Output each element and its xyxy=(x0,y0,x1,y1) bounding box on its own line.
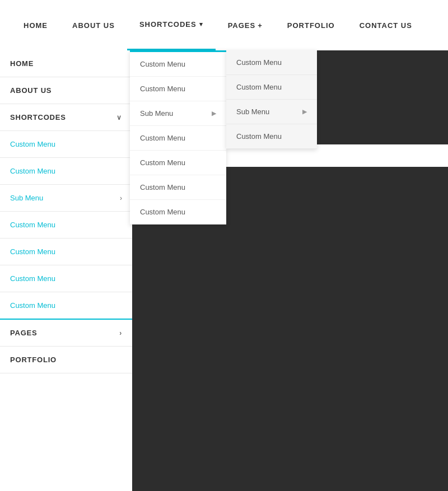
sidebar-about-label: ABOUT US xyxy=(10,86,52,95)
sub-item-0[interactable]: Custom Menu xyxy=(226,50,317,75)
sidebar-item-custom1[interactable]: Custom Menu xyxy=(0,131,132,158)
sub-item-2-label: Sub Menu xyxy=(236,107,269,116)
dropdown-item-2-label: Sub Menu xyxy=(140,109,173,118)
shortcodes-dropdown: Custom Menu Custom Menu Sub Menu ▶ Custo… xyxy=(130,50,226,225)
sidebar-item-custom3[interactable]: Custom Menu xyxy=(0,212,132,239)
nav-pages-label: PAGES xyxy=(228,21,256,30)
sidebar-submenu-label: Sub Menu xyxy=(10,194,43,202)
dropdown-item-2-submenu[interactable]: Sub Menu ▶ xyxy=(130,101,226,126)
page-container: HOME ABOUT US SHORTCODES ▾ PAGES + PORTF… xyxy=(0,0,448,491)
sidebar-item-custom5[interactable]: Custom Menu xyxy=(0,265,132,292)
sidebar-custom3-label: Custom Menu xyxy=(10,221,55,229)
dropdown-item-0-label: Custom Menu xyxy=(140,60,185,68)
dropdown-item-1[interactable]: Custom Menu xyxy=(130,77,226,101)
sidebar-custom5-label: Custom Menu xyxy=(10,274,55,283)
sidebar-custom6-label: Custom Menu xyxy=(10,301,55,310)
nav-shortcodes-label: SHORTCODES xyxy=(139,20,197,29)
nav-shortcodes[interactable]: SHORTCODES ▾ xyxy=(127,0,216,50)
nav-about[interactable]: ABOUT US xyxy=(60,0,127,50)
nav-contact-label: CONTACT US xyxy=(360,21,412,30)
dropdown-item-1-label: Custom Menu xyxy=(140,85,185,93)
sidebar-portfolio-label: PORTFOLIO xyxy=(10,356,57,364)
sub-item-3-label: Custom Menu xyxy=(236,132,282,141)
sub-submenu-arrow-icon: ▶ xyxy=(302,108,307,115)
sidebar-shortcodes-chevron-icon: ∨ xyxy=(116,114,122,121)
sidebar-item-submenu[interactable]: Sub Menu › xyxy=(0,185,132,212)
sidebar-submenu-arrow-icon: › xyxy=(120,194,122,202)
dropdown-item-3-label: Custom Menu xyxy=(140,134,185,142)
sub-item-0-label: Custom Menu xyxy=(236,58,282,67)
sidebar-pages-arrow-icon: › xyxy=(119,329,122,337)
sidebar-item-portfolio[interactable]: PORTFOLIO xyxy=(0,347,132,373)
sub-item-2-submenu[interactable]: Sub Menu ▶ xyxy=(226,100,317,124)
sub-flyout-dropdown: Custom Menu Custom Menu Sub Menu ▶ Custo… xyxy=(226,50,317,149)
sidebar-custom1-label: Custom Menu xyxy=(10,140,55,148)
sidebar-custom4-label: Custom Menu xyxy=(10,247,55,256)
sidebar-item-custom6[interactable]: Custom Menu xyxy=(0,292,132,320)
nav-portfolio-label: PORTFOLIO xyxy=(287,21,335,30)
nav-home[interactable]: HOME xyxy=(11,0,60,50)
sidebar-shortcodes-label: SHORTCODES xyxy=(10,113,66,121)
dropdown-item-5[interactable]: Custom Menu xyxy=(130,175,226,200)
submenu-arrow-icon: ▶ xyxy=(212,110,216,117)
nav-contact[interactable]: CONTACT US xyxy=(347,0,424,50)
sub-item-1[interactable]: Custom Menu xyxy=(226,75,317,100)
top-navbar: HOME ABOUT US SHORTCODES ▾ PAGES + PORTF… xyxy=(0,0,448,50)
nav-pages-plus: + xyxy=(258,21,263,30)
nav-portfolio[interactable]: PORTFOLIO xyxy=(275,0,347,50)
sidebar-pages-label: PAGES xyxy=(10,329,38,337)
sidebar-item-home[interactable]: HOME xyxy=(0,50,132,77)
nav-pages[interactable]: PAGES + xyxy=(216,0,275,50)
sidebar-home-label: HOME xyxy=(10,59,34,68)
sidebar-item-shortcodes[interactable]: SHORTCODES ∨ xyxy=(0,104,132,131)
dropdown-item-5-label: Custom Menu xyxy=(140,183,185,191)
dropdown-item-6[interactable]: Custom Menu xyxy=(130,200,226,225)
nav-shortcodes-chevron: ▾ xyxy=(199,21,203,28)
dropdown-item-0[interactable]: Custom Menu xyxy=(130,52,226,77)
sidebar-item-custom2[interactable]: Custom Menu xyxy=(0,158,132,185)
nav-home-label: HOME xyxy=(24,21,48,30)
dropdown-item-6-label: Custom Menu xyxy=(140,208,185,216)
dropdown-item-4-label: Custom Menu xyxy=(140,158,185,167)
sidebar-custom2-label: Custom Menu xyxy=(10,167,55,175)
nav-about-label: ABOUT US xyxy=(72,21,115,30)
sidebar-item-about[interactable]: ABOUT US xyxy=(0,77,132,104)
sidebar: HOME ABOUT US SHORTCODES ∨ Custom Menu C… xyxy=(0,50,132,373)
dropdown-item-4[interactable]: Custom Menu xyxy=(130,151,226,175)
sidebar-item-custom4[interactable]: Custom Menu xyxy=(0,239,132,265)
sidebar-item-pages[interactable]: PAGES › xyxy=(0,320,132,347)
dropdown-item-3[interactable]: Custom Menu xyxy=(130,126,226,151)
sub-item-1-label: Custom Menu xyxy=(236,83,282,91)
sub-item-3[interactable]: Custom Menu xyxy=(226,124,317,149)
